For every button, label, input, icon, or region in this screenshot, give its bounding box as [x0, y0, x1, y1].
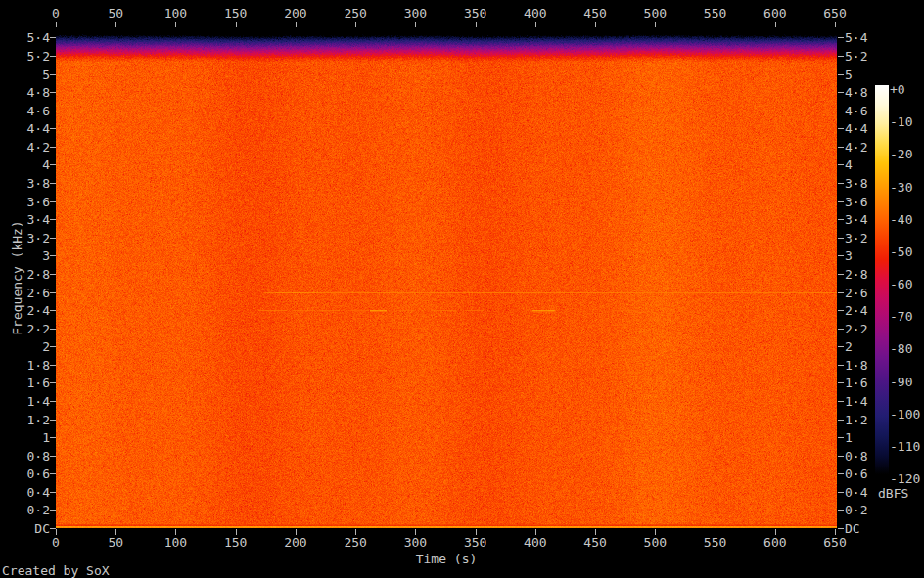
y-axis-tick-label: 0·2 — [845, 504, 867, 516]
y-axis-tick — [50, 510, 56, 511]
x-axis-tick-label: 350 — [464, 7, 486, 20]
x-axis-tick-label: 250 — [344, 7, 366, 20]
x-axis-tick-label: 500 — [644, 7, 667, 20]
x-axis-tick — [116, 22, 116, 27]
x-axis-tick — [175, 22, 176, 27]
x-axis-tick-label: 0 — [52, 536, 60, 549]
sox-credit: Created by SoX — [2, 563, 110, 578]
y-axis-tick-label: 4·8 — [845, 86, 867, 99]
x-axis-tick-label: 300 — [404, 7, 427, 20]
y-axis-tick — [838, 37, 844, 38]
y-axis-tick-label: 1 — [845, 431, 853, 444]
y-axis-tick — [50, 183, 56, 184]
y-axis-tick — [838, 437, 844, 438]
y-axis-tick — [50, 74, 56, 75]
y-axis-tick-label: 1·6 — [6, 377, 50, 389]
x-axis-tick-label: 500 — [644, 536, 667, 549]
y-axis-tick — [838, 128, 844, 129]
y-axis-tick — [50, 238, 56, 239]
x-axis-tick — [716, 22, 716, 27]
y-axis-tick-label: 1 — [6, 431, 50, 444]
y-axis-tick — [50, 382, 56, 383]
y-axis-tick — [50, 528, 56, 529]
x-axis-tick-label: 150 — [224, 536, 247, 549]
y-axis-tick — [50, 219, 56, 220]
x-axis-tick — [775, 22, 776, 27]
y-axis-tick — [838, 365, 844, 366]
y-axis-tick — [50, 147, 56, 148]
y-axis-tick — [838, 201, 844, 202]
y-axis-tick — [838, 473, 844, 474]
y-axis-tick — [50, 346, 56, 347]
y-axis-tick-label: 1·2 — [6, 414, 50, 426]
y-axis-tick-label: 3·8 — [845, 177, 867, 190]
y-axis-tick-label: 0·8 — [845, 450, 867, 463]
y-axis-tick — [838, 147, 844, 148]
y-axis-tick-label: 0·6 — [845, 467, 867, 480]
x-axis-tick-label: 300 — [404, 536, 427, 549]
x-axis-tick-label: 350 — [464, 536, 486, 549]
y-axis-tick-label: 1·4 — [6, 395, 50, 408]
y-axis-tick-label: 3·4 — [845, 213, 867, 226]
y-axis-tick-label: 5·4 — [6, 31, 50, 44]
y-axis-tick-label: 5·4 — [845, 31, 867, 44]
y-axis-tick-label: 1·6 — [845, 377, 867, 389]
y-axis-tick — [838, 420, 844, 421]
colorbar-unit-label: dBFS — [878, 486, 908, 501]
y-axis-tick — [50, 492, 56, 493]
y-axis-tick — [838, 219, 844, 220]
y-axis-tick — [838, 456, 844, 457]
y-axis-tick-label: 5 — [845, 68, 853, 81]
y-axis-tick — [838, 183, 844, 184]
y-axis-tick-label: DC — [845, 522, 860, 535]
spectrogram-plot — [56, 27, 837, 528]
spectrogram-window: 050100150200250300350400450500550600650 … — [0, 0, 924, 578]
x-axis-tick-label: 400 — [524, 7, 546, 20]
x-axis-tick-label: 600 — [763, 7, 786, 20]
x-axis-tick-label: 50 — [108, 536, 123, 549]
y-axis-tick-label: 4·2 — [845, 141, 867, 154]
y-axis-tick-label: 5·2 — [6, 50, 50, 63]
y-axis-tick-label: 0·2 — [6, 504, 50, 516]
y-axis-tick — [50, 164, 56, 165]
x-axis-tick-label: 100 — [164, 536, 187, 549]
colorbar-tick-label: -30 — [890, 181, 912, 194]
x-axis-tick-label: 650 — [823, 536, 846, 549]
colorbar-tick-label: -50 — [890, 245, 912, 258]
y-axis-tick — [50, 420, 56, 421]
y-axis-tick — [838, 492, 844, 493]
y-axis-tick-label: 4·6 — [6, 105, 50, 117]
x-axis-tick-label: 400 — [524, 536, 546, 549]
y-axis-tick-label: 3·8 — [6, 177, 50, 190]
y-axis-tick — [50, 274, 56, 275]
colorbar-tick-label: -20 — [890, 148, 912, 160]
x-axis-tick-label: 100 — [164, 7, 187, 20]
y-axis-tick — [50, 201, 56, 202]
y-axis-tick — [838, 329, 844, 330]
x-axis-tick-label: 650 — [823, 7, 846, 20]
y-axis-tick — [838, 274, 844, 275]
y-axis-tick-label: DC — [6, 522, 50, 535]
y-axis-tick-label: 4 — [845, 158, 853, 171]
x-axis-tick — [355, 22, 356, 27]
y-axis-tick — [50, 56, 56, 57]
x-axis-tick-label: 0 — [52, 7, 60, 20]
y-axis-tick-label: 0·6 — [6, 467, 50, 480]
y-axis-tick-label: 2 — [845, 340, 853, 353]
y-axis-tick-label: 2·6 — [845, 287, 867, 299]
y-axis-tick-label: 0·4 — [845, 486, 867, 499]
y-axis-tick-label: 2 — [6, 340, 50, 353]
y-axis-tick — [50, 329, 56, 330]
colorbar-tick-label: -100 — [890, 408, 920, 421]
colorbar-tick-label: -40 — [890, 213, 912, 226]
y-axis-tick — [50, 473, 56, 474]
x-axis-tick-label: 450 — [583, 536, 606, 549]
y-axis-tick — [838, 346, 844, 347]
x-axis-tick-label: 250 — [344, 536, 366, 549]
y-axis-tick — [838, 510, 844, 511]
y-axis-tick — [50, 92, 56, 93]
colorbar-gradient — [875, 85, 889, 474]
y-axis-tick-label: 0·4 — [6, 486, 50, 499]
frequency-axis-title: Frequency (kHz) — [10, 220, 24, 334]
y-axis-tick — [50, 401, 56, 402]
